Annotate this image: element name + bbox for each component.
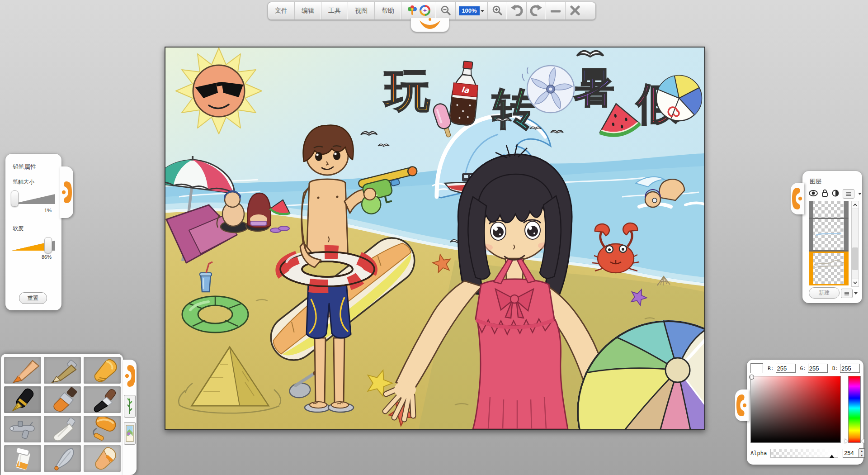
spinner-up-icon: ▲ <box>859 449 864 453</box>
magnifier-plus-icon <box>492 5 503 17</box>
texture-stamp-button[interactable] <box>124 422 136 445</box>
close-button[interactable] <box>566 2 585 19</box>
title-char-3: 暑 <box>573 64 614 111</box>
layers-panel-title: 图层 <box>802 171 862 185</box>
layer-options-menu-button[interactable] <box>843 189 854 199</box>
green-input[interactable] <box>808 364 828 373</box>
curved-arrow-left-icon <box>510 5 524 18</box>
brush-tile-palette-knife[interactable] <box>44 416 81 442</box>
layers-panel-collapse-handle[interactable] <box>791 183 804 214</box>
leaf-brush-icon <box>44 446 80 471</box>
plant-brush-button[interactable] <box>124 395 136 418</box>
scroll-down-arrow-icon[interactable] <box>852 279 859 286</box>
menu-file[interactable]: 文件 <box>268 2 295 19</box>
color-picker-panel: R: G: B: Alpha ▲▼ <box>747 360 863 465</box>
plant-icon <box>126 398 133 415</box>
wheel-logo-icon <box>420 5 430 17</box>
paint-jar-icon <box>5 446 41 471</box>
brush-size-slider[interactable] <box>12 190 55 207</box>
softness-slider[interactable] <box>12 237 55 253</box>
eraser-icon <box>84 446 120 471</box>
minimize-button[interactable] <box>546 2 566 19</box>
brush-size-value: 1% <box>5 207 61 213</box>
zoom-level-value[interactable]: 100% <box>459 6 479 15</box>
alpha-marker[interactable] <box>830 455 834 458</box>
orange-handle-icon <box>736 393 747 418</box>
close-icon <box>570 5 580 17</box>
alpha-slider[interactable] <box>770 449 838 458</box>
color-panel-collapse-handle[interactable] <box>735 390 749 421</box>
app-logo <box>401 2 436 19</box>
current-color-swatch <box>750 363 763 373</box>
menu-lines-icon <box>844 291 849 296</box>
brush-tile-paint-jar[interactable] <box>4 445 41 472</box>
brush-tile-pencil[interactable] <box>44 357 81 384</box>
brush-tile-airbrush[interactable] <box>4 416 41 442</box>
brush-size-slider-handle[interactable] <box>11 190 19 207</box>
layer-blend-contrast-icon[interactable] <box>832 190 839 199</box>
layer-row-1[interactable] <box>809 201 849 219</box>
layer-list-scrollbar[interactable] <box>851 201 859 287</box>
alpha-input[interactable] <box>843 449 859 458</box>
menu-tools[interactable]: 工具 <box>321 2 348 19</box>
brush-tile-fountain-pen[interactable] <box>4 386 41 413</box>
brush-panel-collapse-handle[interactable] <box>124 363 135 390</box>
airbrush-icon <box>5 417 41 442</box>
colored-pencil-icon <box>5 358 41 383</box>
red-input[interactable] <box>776 364 796 373</box>
green-label: G: <box>800 366 806 371</box>
curved-arrow-right-icon <box>529 5 543 18</box>
layer-list <box>809 201 849 287</box>
new-layer-button[interactable]: 新建 <box>809 287 840 299</box>
sv-cursor[interactable] <box>749 375 754 380</box>
brush-tile-ink-brush[interactable] <box>84 386 121 413</box>
brush-tile-eraser[interactable] <box>84 445 121 472</box>
pencil-panel-collapse-handle[interactable] <box>60 166 73 218</box>
layer-lock-icon[interactable] <box>821 189 828 199</box>
layer-visibility-eye-icon[interactable] <box>809 190 818 198</box>
texture-stamp-icon <box>126 425 134 442</box>
zoom-level-control[interactable]: 100% <box>456 2 488 19</box>
softness-label: 软度 <box>5 213 61 233</box>
alpha-spinner[interactable]: ▲▼ <box>859 448 865 458</box>
hue-strip[interactable] <box>848 376 861 443</box>
paint-roller-icon <box>84 417 120 442</box>
orange-handle-icon <box>61 180 72 205</box>
brush-tile-flat-brush[interactable] <box>44 386 81 413</box>
zoom-in-button[interactable] <box>488 2 507 19</box>
menu-help[interactable]: 帮助 <box>375 2 401 19</box>
hue-marker-right[interactable] <box>861 439 864 443</box>
pencil-properties-panel: 铅笔属性 笔触大小 1% 软度 86% 重置 <box>5 154 61 310</box>
zoom-dropdown-caret-icon[interactable] <box>481 10 484 12</box>
title-char-1: 玩 <box>383 64 430 117</box>
softness-slider-handle[interactable] <box>44 237 52 253</box>
layer-options-caret-icon[interactable] <box>858 193 862 195</box>
scrollbar-thumb[interactable] <box>852 247 858 270</box>
minus-icon <box>551 7 561 14</box>
ink-brush-icon <box>84 387 120 413</box>
brush-tile-colored-pencil[interactable] <box>4 357 41 384</box>
saturation-value-field[interactable] <box>750 376 841 443</box>
logo-smile-tab <box>410 18 449 32</box>
layers-panel: 图层 新建 <box>802 171 862 303</box>
undo-button[interactable] <box>507 2 527 19</box>
scroll-up-arrow-icon[interactable] <box>852 201 859 209</box>
brush-tile-paint-roller[interactable] <box>84 416 121 442</box>
layer-row-3-selected[interactable] <box>809 252 849 285</box>
magnifier-minus-icon <box>440 5 451 17</box>
menu-edit[interactable]: 编辑 <box>295 2 321 19</box>
reset-button[interactable]: 重置 <box>19 292 47 304</box>
menu-view[interactable]: 视图 <box>348 2 375 19</box>
redo-button[interactable] <box>527 2 546 19</box>
layers-bottom-caret-icon[interactable] <box>854 292 858 294</box>
brush-tile-crayon[interactable] <box>84 357 121 384</box>
alpha-label: Alpha <box>750 450 767 456</box>
zoom-out-button[interactable] <box>436 2 456 19</box>
layer-row-2[interactable] <box>809 219 849 252</box>
brush-tile-leaf-brush[interactable] <box>44 445 81 472</box>
blue-input[interactable] <box>840 364 860 373</box>
hue-marker-left[interactable] <box>844 439 848 443</box>
layers-bottom-menu-button[interactable] <box>841 289 853 298</box>
drawing-canvas[interactable]: 玩 la 转 暑 <box>165 47 705 430</box>
pencil-icon <box>44 358 80 383</box>
